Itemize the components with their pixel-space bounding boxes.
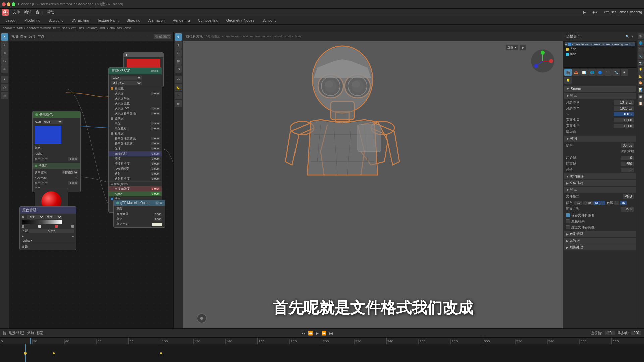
transform-dot[interactable] (197, 313, 207, 323)
subsurface-method-select[interactable]: 随机游走 (111, 81, 142, 85)
position-value[interactable]: 0.523 (29, 229, 74, 233)
outliner-item-1[interactable]: ▶ characters/ctm_ses/ctm_ses_variantg.vm… (565, 42, 635, 46)
legacy-checkbox[interactable] (566, 219, 570, 223)
framerange-section[interactable]: ▼ 帧国 (564, 136, 636, 142)
tab-geometry-nodes[interactable]: Geometry Nodes (223, 18, 258, 23)
cut-tool[interactable]: ✂ (1, 57, 8, 65)
tl-marker-btn[interactable]: 添加 (27, 331, 34, 336)
menu-file[interactable]: 文件 (13, 10, 20, 15)
tab-modelling[interactable]: Modelling (21, 18, 44, 23)
tab-animation[interactable]: Animation (145, 18, 168, 23)
outliner-item-3[interactable]: 摄化 (565, 52, 635, 57)
window-min-btn[interactable] (7, 2, 11, 6)
vp-transform-tool[interactable]: ⟲ (175, 65, 182, 73)
tab-scripting[interactable]: Scripting (259, 18, 280, 23)
overlay-btn[interactable]: 选择 ▾ (505, 44, 518, 51)
tl-select-btn[interactable]: 场景(情景) (9, 331, 24, 336)
prop-icon-scene[interactable]: 🌐 (588, 69, 596, 76)
tl-extra-btn[interactable]: 标记 (37, 331, 43, 336)
vp-measure-tool[interactable]: 📐 (175, 84, 182, 91)
timeline-ruler[interactable]: 0 20 40 60 80 100 120 140 160 (0, 338, 644, 362)
remove-stop-btn[interactable]: − (72, 235, 74, 238)
far-right-icon-9[interactable]: 📊 (638, 87, 644, 93)
handle-right[interactable] (71, 225, 74, 228)
tl-jump-start-btn[interactable]: ⏮ (301, 331, 305, 336)
gltf-settings[interactable]: ⚙ (160, 201, 162, 205)
gizmo-btn[interactable]: ⊕ (519, 44, 526, 51)
timeremap-section[interactable]: ▼ 时间位移 (564, 173, 636, 179)
select-tool[interactable]: ↖ (1, 33, 8, 41)
far-right-icon-7[interactable]: 📐 (638, 73, 644, 79)
color-depth-8[interactable]: 8 (614, 201, 619, 205)
prop-icon-particles[interactable]: ✦ (621, 69, 628, 76)
prop-icon-render[interactable]: 🎬 (564, 69, 572, 76)
far-right-icon-10[interactable]: 🔲 (638, 94, 644, 100)
far-right-icon-11[interactable]: 📋 (638, 100, 644, 106)
prop-icon-obj[interactable]: ⬛ (604, 69, 612, 76)
far-right-icon-8[interactable]: 🎨 (638, 80, 644, 86)
aspect-x-value[interactable]: 1.000 (614, 118, 634, 122)
compositing-tool[interactable]: ⊞ (1, 92, 8, 99)
outliner-filter[interactable]: ▼ (631, 35, 634, 38)
outliner-search[interactable]: 🔍 (625, 35, 629, 38)
color-rgb[interactable]: RGB (583, 201, 593, 205)
far-right-icon-1[interactable]: 🎬 (638, 33, 644, 39)
zoom-tool[interactable]: ⊕ (1, 49, 8, 57)
add-tool[interactable]: + (1, 76, 8, 83)
output-section[interactable]: ▼ 输出 (564, 187, 636, 193)
color-rgba[interactable]: RGBA (593, 201, 605, 205)
bsdf-node[interactable]: 原理化BSDF BSDF GGX 随机游走 基础色 次表面 0.000 (108, 67, 162, 213)
fps-value[interactable]: 30 fps (621, 143, 634, 148)
create-path-checkbox[interactable] (566, 225, 570, 229)
menu-edit[interactable]: 编辑 (24, 10, 32, 15)
render-section-header[interactable]: ▼ 输出 (564, 93, 636, 99)
tab-compositing[interactable]: Compositing (195, 18, 222, 23)
menu-window[interactable]: 窗口 (36, 10, 43, 15)
annotate-tool[interactable]: ✏ (1, 65, 8, 73)
far-right-icon-2[interactable]: 🌐 (638, 40, 644, 46)
tl-next-btn[interactable]: ⏩ (321, 331, 326, 336)
tl-play-btn[interactable]: ▶ (316, 331, 319, 336)
scene-selector[interactable]: ◈ 4 (592, 10, 597, 14)
prop-icon-world[interactable]: 🔵 (596, 69, 604, 76)
frame-step-value[interactable]: 1 (621, 168, 634, 172)
vdata-section[interactable]: ▶ 元数据 (564, 238, 636, 244)
handle-mid1[interactable] (38, 225, 41, 228)
move-tool[interactable]: ✛ (1, 41, 8, 49)
vp-add-tool[interactable]: + (175, 92, 182, 99)
vp-select-tool[interactable]: ↖ (175, 33, 182, 41)
rgb-selector[interactable]: RGB (43, 120, 63, 124)
save-ext-checkbox[interactable] (566, 213, 570, 217)
end-frame-display[interactable]: 650 (631, 331, 641, 335)
far-right-icon-5[interactable]: 📷 (638, 60, 644, 66)
prop-icon-mod[interactable]: 🔧 (612, 69, 620, 76)
scene-section-header[interactable]: ▼ Scene (564, 86, 636, 92)
vp-move-tool[interactable]: ✛ (175, 41, 182, 49)
color-depth-16[interactable]: 16 (620, 201, 627, 205)
tab-texture-paint[interactable]: Texture Paint (94, 18, 122, 23)
window-max-btn[interactable] (12, 2, 15, 6)
color-mode-select[interactable]: RGB (27, 215, 44, 219)
color-mgmt-section[interactable]: ▶ 色彩管理 (564, 231, 636, 237)
tab-layout[interactable]: Layout (2, 18, 20, 23)
gltf-node[interactable]: gTF Material Output 6 ⚙ 遮蔽 厚度遮罩 0.000 高光… (113, 200, 165, 228)
prop-icon-vdata[interactable]: 📊 (580, 69, 588, 76)
res-y-value[interactable]: 1920 px (614, 106, 634, 111)
postproc-section[interactable]: ▶ 后期处理 (564, 244, 636, 250)
split-color-node[interactable]: 分离颜色 RGB RGB 颜色 Alpha 强度/力度 1.000 (32, 111, 81, 192)
handle-left[interactable] (22, 225, 24, 228)
file-format-value[interactable]: PNG (623, 194, 634, 199)
tl-jump-end-btn[interactable]: ⏭ (329, 331, 333, 336)
tab-uv-editing[interactable]: UV Editing (68, 18, 92, 23)
tab-rendering[interactable]: Rendering (169, 18, 193, 23)
tab-shading[interactable]: Shading (123, 18, 144, 23)
nav-gizmo[interactable]: X Z (529, 48, 556, 74)
add-stop-btn[interactable]: + (22, 235, 24, 238)
menu-help[interactable]: 帮助 (47, 10, 54, 15)
cutspace-selector[interactable]: 切向空间 (62, 170, 78, 174)
tl-prev-btn[interactable]: ⏪ (308, 331, 313, 336)
bsdf-type-select[interactable]: GGX (111, 76, 142, 80)
res-pct-value[interactable]: 100% (614, 112, 634, 116)
vp-rotate-tool[interactable]: ↻ (175, 49, 182, 57)
frame-end-value[interactable]: 650 (621, 162, 634, 166)
